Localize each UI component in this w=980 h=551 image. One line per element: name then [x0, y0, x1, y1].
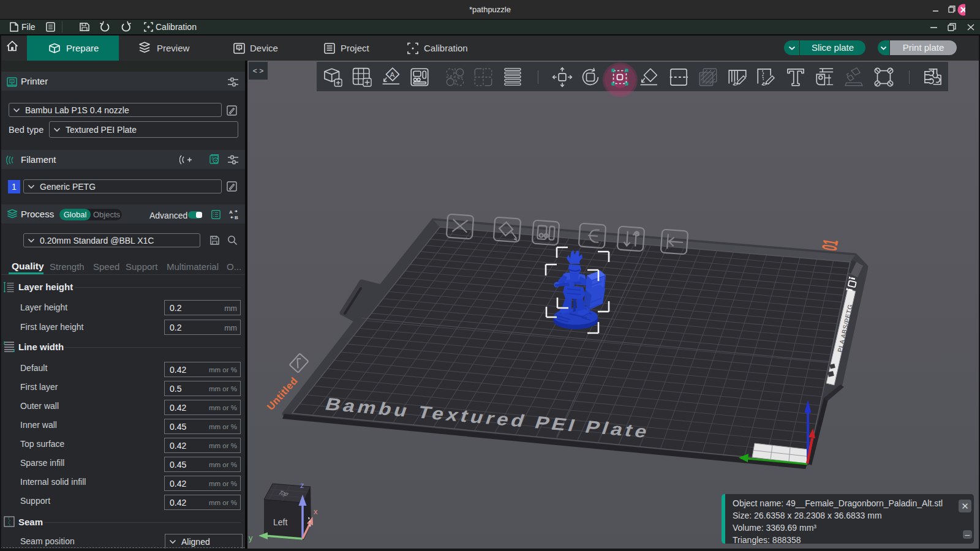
svg-text:A: A — [229, 209, 233, 215]
svg-text:z: z — [300, 481, 304, 490]
svg-text:x: x — [314, 507, 318, 516]
svg-text:01: 01 — [818, 238, 843, 252]
svg-text:y: y — [249, 533, 253, 542]
svg-text:B: B — [235, 215, 238, 220]
svg-text:A: A — [390, 70, 394, 78]
svg-text:Left: Left — [273, 517, 287, 527]
